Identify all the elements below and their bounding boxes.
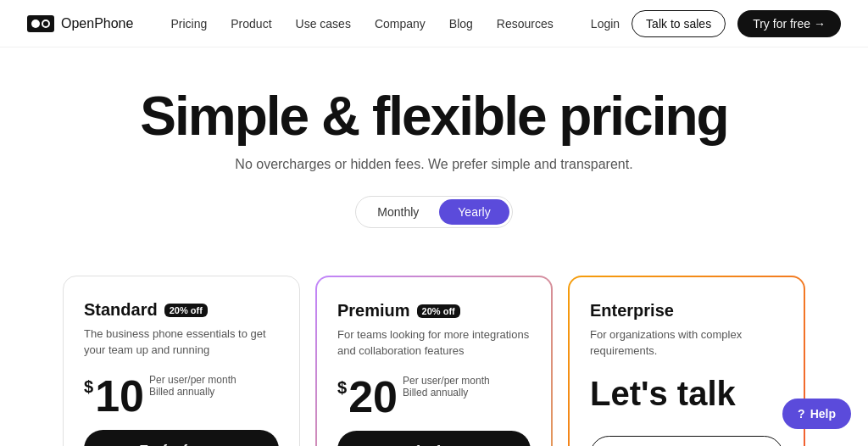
main-nav: Pricing Product Use cases Company Blog R…	[170, 17, 553, 31]
nav-pricing[interactable]: Pricing	[170, 17, 207, 31]
svg-rect-0	[27, 15, 54, 32]
nav-product[interactable]: Product	[231, 17, 271, 31]
premium-card: Premium 20% off For teams looking for mo…	[315, 276, 553, 446]
logo-icon	[27, 15, 54, 32]
hero-subtitle: No overcharges or hidden fees. We prefer…	[27, 157, 841, 172]
logo[interactable]: OpenPhone	[27, 15, 133, 32]
nav-use-cases[interactable]: Use cases	[296, 17, 351, 31]
login-button[interactable]: Login	[591, 17, 620, 31]
standard-card: Standard 20% off The business phone esse…	[63, 276, 300, 446]
yearly-toggle[interactable]: Yearly	[439, 199, 509, 225]
header-actions: Login Talk to sales Try for free →	[591, 10, 841, 37]
billing-toggle: Monthly Yearly	[355, 196, 512, 228]
hero-section: Simple & flexible pricing No overcharges…	[0, 47, 868, 276]
monthly-toggle[interactable]: Monthly	[359, 199, 437, 225]
lets-talk-text: Let's talk	[590, 375, 783, 412]
talk-to-sales-button[interactable]: Talk to sales	[632, 10, 726, 37]
enterprise-cta-button[interactable]: Contact sales	[590, 436, 783, 446]
standard-price: $ 10 Per user/per month Billed annually	[84, 374, 279, 418]
hero-title: Simple & flexible pricing	[27, 88, 841, 145]
logo-text: OpenPhone	[61, 16, 133, 31]
svg-point-1	[31, 20, 40, 28]
standard-title: Standard 20% off	[84, 300, 279, 320]
premium-title: Premium 20% off	[337, 301, 531, 321]
standard-cta-button[interactable]: Try for free →	[84, 430, 279, 446]
premium-desc: For teams looking for more integrations …	[337, 327, 531, 360]
nav-blog[interactable]: Blog	[449, 17, 473, 31]
nav-resources[interactable]: Resources	[497, 17, 554, 31]
nav-company[interactable]: Company	[375, 17, 426, 31]
pricing-cards: Standard 20% off The business phone esse…	[0, 276, 868, 446]
help-icon: ?	[798, 407, 805, 421]
standard-desc: The business phone essentials to get you…	[84, 326, 279, 359]
help-button[interactable]: ? Help	[782, 399, 851, 429]
enterprise-desc: For organizations with complex requireme…	[590, 327, 783, 360]
premium-badge: 20% off	[417, 304, 460, 318]
try-for-free-button[interactable]: Try for free →	[737, 10, 841, 37]
standard-badge: 20% off	[164, 304, 208, 317]
premium-cta-button[interactable]: Try for free →	[337, 431, 531, 446]
enterprise-card: Enterprise For organizations with comple…	[568, 276, 805, 446]
premium-price: $ 20 Per user/per month Billed annually	[337, 375, 531, 419]
enterprise-title: Enterprise	[590, 301, 783, 321]
